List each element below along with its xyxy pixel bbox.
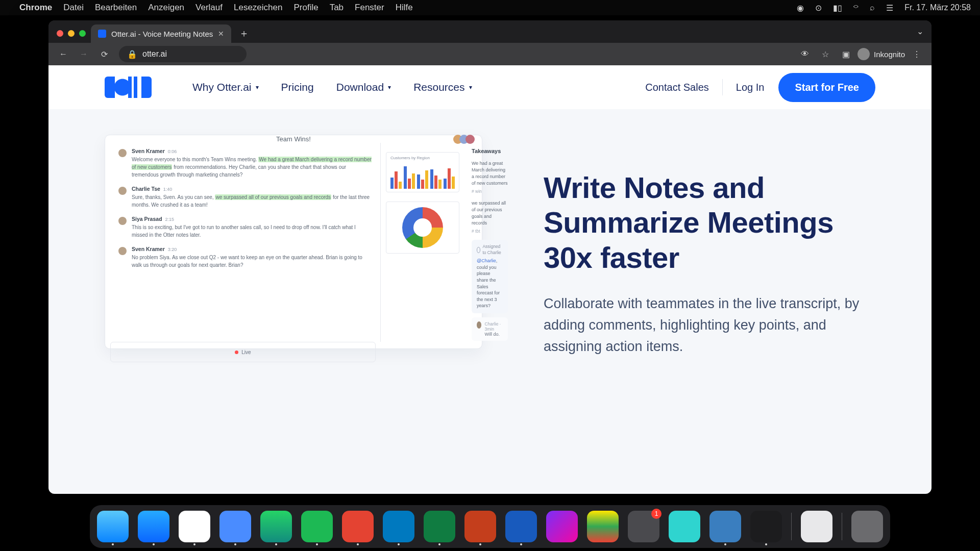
- record-icon[interactable]: ◉: [797, 3, 804, 13]
- nav-why[interactable]: Why Otter.ai▾: [192, 81, 259, 93]
- chevron-down-icon: ▾: [469, 84, 472, 91]
- dock-app-word[interactable]: [505, 511, 537, 542]
- macos-dock: 1: [90, 505, 890, 548]
- login-link[interactable]: Log In: [736, 82, 765, 93]
- message-text: Sure, thanks, Sven. As you can see, we s…: [132, 193, 373, 209]
- start-free-button[interactable]: Start for Free: [778, 73, 875, 102]
- menu-item[interactable]: Verlauf: [195, 3, 223, 13]
- browser-tab[interactable]: Otter.ai - Voice Meeting Notes ✕: [91, 24, 231, 43]
- address-bar[interactable]: 🔒 otter.ai: [119, 46, 247, 62]
- otter-logo[interactable]: [105, 77, 152, 98]
- dock-app-quicktime[interactable]: [709, 511, 741, 542]
- dock-app-trash[interactable]: [851, 511, 883, 542]
- window-controls[interactable]: [57, 30, 86, 37]
- dock-app-chrome[interactable]: [179, 511, 210, 542]
- hero-headline: Write Notes and Summarize Meetings 30x f…: [544, 170, 875, 275]
- back-button[interactable]: ←: [55, 45, 72, 63]
- menu-item[interactable]: Bearbeiten: [95, 3, 137, 13]
- minimize-icon[interactable]: [68, 30, 75, 37]
- dock-app-imovie[interactable]: [546, 511, 578, 542]
- live-dot-icon: [235, 350, 238, 354]
- mention: @Charlie: [477, 258, 496, 263]
- tracking-icon[interactable]: 👁: [796, 45, 814, 63]
- close-tab-icon[interactable]: ✕: [218, 30, 224, 38]
- nav-resources[interactable]: Resources▾: [413, 81, 472, 93]
- dock-app-trello[interactable]: [383, 511, 414, 542]
- nav-download[interactable]: Download▾: [336, 81, 391, 93]
- spotlight-icon[interactable]: ⌕: [870, 3, 875, 12]
- transcript-message: Sven Kramer3:20No problem Siya. As we cl…: [118, 246, 373, 269]
- hashtag: # tbt: [472, 229, 508, 234]
- battery-icon[interactable]: ▮▯: [833, 3, 842, 13]
- dock-app-settings[interactable]: 1: [628, 511, 659, 542]
- menu-item[interactable]: Datei: [63, 3, 84, 13]
- dock-app-zoom[interactable]: [219, 511, 251, 542]
- participant-avatars: [453, 135, 475, 144]
- takeaways-column: Takeaways We had a great March deliverin…: [464, 143, 515, 368]
- control-center-icon[interactable]: ☰: [886, 3, 893, 13]
- reply-item: Charlie · 3min Will do.: [472, 317, 508, 341]
- product-mockup: Team Wins! Sven Kramer0:06Welcome everyo…: [105, 135, 482, 349]
- menu-item[interactable]: Fenster: [355, 3, 384, 13]
- takeaways-title: Takeaways: [472, 148, 508, 154]
- avatar: [118, 149, 127, 157]
- nav-pricing[interactable]: Pricing: [281, 81, 314, 93]
- profile-button[interactable]: Inkognito: [857, 48, 905, 60]
- bookmark-icon[interactable]: ☆: [817, 45, 834, 63]
- fullscreen-icon[interactable]: [79, 30, 86, 37]
- chrome-tabstrip: Otter.ai - Voice Meeting Notes ✕ ＋ ⌄: [48, 20, 932, 43]
- menu-item[interactable]: Tab: [330, 3, 344, 13]
- url-text: otter.ai: [142, 49, 167, 59]
- transcript-message: Siya Prasad2:15This is so exciting, but …: [118, 216, 373, 239]
- donut-chart: [386, 202, 459, 254]
- dock-app-whatsapp[interactable]: [260, 511, 292, 542]
- dock-app-safari[interactable]: [138, 511, 169, 542]
- menu-item[interactable]: Hilfe: [396, 3, 413, 13]
- dock-app-excel[interactable]: [424, 511, 455, 542]
- chrome-toolbar: ← → ⟳ 🔒 otter.ai 👁 ☆ ▣ Inkognito ⋮: [48, 43, 932, 65]
- speaker-name: Sven Kramer3:20: [132, 246, 373, 252]
- menu-item[interactable]: Lesezeichen: [234, 3, 282, 13]
- takeaway-item: we surpassed all of our previous goals a…: [472, 200, 508, 227]
- contact-sales-link[interactable]: Contact Sales: [645, 82, 709, 93]
- speaker-name: Siya Prasad2:15: [132, 216, 373, 222]
- reload-button[interactable]: ⟳: [95, 45, 113, 63]
- message-text: This is so exciting, but I've got to run…: [132, 223, 373, 239]
- new-tab-button[interactable]: ＋: [236, 26, 252, 41]
- dock-app-powerpoint[interactable]: [464, 511, 496, 542]
- bar-chart: Customers by Region: [386, 152, 459, 192]
- dock-app-voicememos[interactable]: [750, 511, 782, 542]
- wifi-icon[interactable]: ⌔: [853, 3, 859, 12]
- chevron-down-icon: ▾: [256, 84, 259, 91]
- message-text: Welcome everyone to this month's Team Wi…: [132, 156, 373, 179]
- avatar: [118, 187, 127, 195]
- close-icon[interactable]: [57, 30, 63, 37]
- hashtag: # win: [472, 189, 508, 194]
- sidepanel-icon[interactable]: ▣: [837, 45, 854, 63]
- timestamp: 3:20: [168, 247, 177, 252]
- playback-icon[interactable]: ⊙: [815, 3, 822, 13]
- menubar-clock[interactable]: Fr. 17. März 20:58: [904, 3, 971, 12]
- menu-item[interactable]: Profile: [293, 3, 318, 13]
- timestamp: 2:15: [165, 217, 175, 222]
- dock-app-app1[interactable]: [669, 511, 700, 542]
- macos-menubar: Chrome Datei Bearbeiten Anzeigen Verlauf…: [0, 0, 980, 15]
- dock-app-spotify[interactable]: [301, 511, 333, 542]
- menubar-app[interactable]: Chrome: [19, 3, 52, 13]
- hero-body: Collaborate with teammates in the live t…: [544, 293, 860, 358]
- dock-app-todoist[interactable]: [342, 511, 374, 542]
- dock-app-drive[interactable]: [587, 511, 619, 542]
- incognito-icon: [857, 48, 870, 60]
- avatar: [477, 321, 481, 329]
- hero-copy: Write Notes and Summarize Meetings 30x f…: [544, 135, 875, 358]
- profile-label: Inkognito: [874, 50, 905, 59]
- speaker-name: Charlie Tse1:40: [132, 186, 373, 192]
- tabs-overflow-icon[interactable]: ⌄: [917, 27, 923, 36]
- forward-button[interactable]: →: [75, 45, 92, 63]
- live-indicator: Live: [110, 342, 376, 362]
- menu-item[interactable]: Anzeigen: [148, 3, 184, 13]
- chrome-menu-icon[interactable]: ⋮: [908, 45, 925, 63]
- dock-app-preview[interactable]: [801, 511, 832, 542]
- notification-badge: 1: [651, 509, 662, 519]
- dock-app-finder[interactable]: [97, 511, 129, 542]
